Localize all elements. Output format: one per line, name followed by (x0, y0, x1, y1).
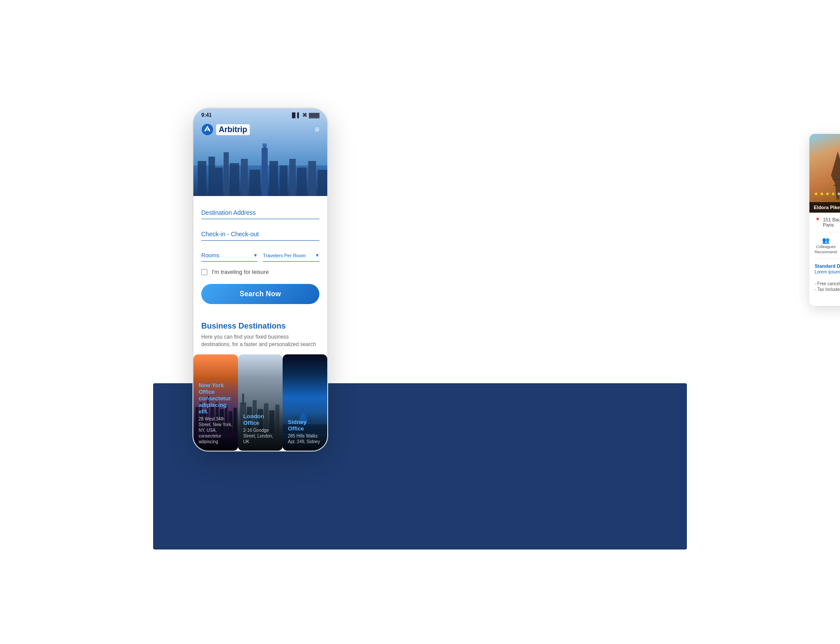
paris-hotel-body: 📍 151 Bauch Estates Suite 171 Paris 👥 Co… (809, 213, 840, 306)
ny-card-overlay: New York Office consectetur adipiscing e… (193, 376, 238, 451)
svg-rect-15 (297, 168, 307, 196)
destination-cards-container: New York Office consectetur adipiscing e… (193, 354, 327, 451)
ny-card-address: 28 West 34th Street, New York, NY, USA, … (199, 416, 233, 444)
svg-rect-11 (262, 144, 267, 147)
ny-card-title: New York Office consectetur adipiscing e… (199, 382, 233, 415)
london-card-overlay: London Office 2-16 Goodge Street, London… (238, 407, 283, 451)
paris-amenities: 👥 Colleagues Recommend 🏨 Good Service 📶 … (815, 237, 840, 259)
svg-rect-5 (224, 152, 229, 196)
london-card-title: London Office (243, 413, 277, 426)
paris-policy-row: ✓ In Policy (815, 294, 840, 301)
destination-card-london[interactable]: London Office 2-16 Goodge Street, London… (238, 354, 283, 451)
svg-point-0 (202, 124, 213, 135)
phone-status-bar: 9:41 ▐▌▌ ⌘ ▓▓▓ (193, 108, 327, 120)
app-logo-text: Arbitrip (216, 124, 250, 135)
paris-stars: ★ ★ ★ ★ ★ (814, 191, 840, 197)
travelers-select[interactable]: Travelers Per Room ▼ (263, 248, 319, 262)
svg-rect-16 (308, 161, 316, 196)
svg-rect-14 (289, 159, 296, 196)
sydney-card-address: 285 Hills Walks Apt. 249, Sidney (288, 433, 322, 444)
destination-field[interactable]: Destination Address (201, 205, 319, 219)
leisure-checkbox-row[interactable]: I'm traveling for leisure (201, 269, 319, 275)
paris-features: • Free cancellation • Tax Included (815, 281, 840, 292)
arbitrip-logo-icon (201, 123, 214, 136)
rooms-arrow-icon: ▼ (253, 253, 258, 258)
signal-icon: ▐▌▌ (290, 112, 301, 118)
battery-icon: ▓▓▓ (309, 112, 319, 118)
svg-rect-7 (241, 159, 248, 196)
hotel-card-paris[interactable]: 9.2 Excellent ★ ★ ★ ★ ★ Eldora Pike Pari… (809, 134, 840, 306)
svg-rect-17 (318, 170, 327, 196)
logo-area: Arbitrip (201, 123, 250, 136)
paris-hotel-name: Eldora Pike Paris (809, 202, 840, 213)
colleagues-icon: 👥 (822, 237, 830, 244)
paris-room-info: Standard Double Room Lorem ipsum dolor s… (815, 263, 840, 274)
paris-cancellation: • Free cancellation (815, 281, 840, 286)
destination-card-sydney[interactable]: Sidney Office 285 Hills Walks Apt. 249, … (283, 354, 327, 451)
rooms-select[interactable]: Rooms ▼ (201, 248, 258, 262)
svg-rect-13 (280, 165, 287, 196)
paris-price-section: Standard Double Room Lorem ipsum dolor s… (815, 263, 840, 278)
hotel-paris-image: 9.2 Excellent ★ ★ ★ ★ ★ Eldora Pike Pari… (809, 134, 840, 213)
colleagues-recommend: 👥 Colleagues Recommend (815, 237, 837, 254)
svg-rect-8 (249, 170, 260, 196)
svg-rect-9 (262, 148, 268, 196)
bullet-icon: • (815, 288, 816, 291)
svg-rect-2 (198, 161, 206, 196)
leisure-checkbox[interactable] (201, 269, 207, 275)
business-section-desc: Here you can find your fixed business de… (201, 333, 319, 348)
phone-navbar: Arbitrip ≡ (193, 120, 327, 139)
london-card-address: 2-16 Goodge Street, London, UK (243, 427, 277, 444)
paris-address: 📍 151 Bauch Estates Suite 171 Paris (815, 217, 840, 232)
destination-card-ny[interactable]: New York Office consectetur adipiscing e… (193, 354, 238, 451)
svg-rect-6 (230, 163, 239, 196)
svg-rect-30 (242, 394, 244, 407)
leisure-label: I'm traveling for leisure (212, 269, 269, 275)
svg-rect-4 (215, 168, 223, 196)
bullet-icon: • (815, 283, 816, 285)
search-form: Destination Address Check-in - Check-out… (193, 196, 327, 313)
travelers-arrow-icon: ▼ (315, 253, 319, 258)
paris-tax: • Tax Included (815, 287, 840, 292)
svg-rect-3 (209, 157, 215, 196)
phone-mockup: 9:41 ▐▌▌ ⌘ ▓▓▓ Arbitr (192, 108, 332, 452)
business-section-title: Business Destinations (201, 322, 319, 331)
business-section: Business Destinations Here you can find … (193, 313, 327, 451)
search-now-button[interactable]: Search Now (201, 284, 319, 304)
status-time: 9:41 (201, 112, 212, 118)
location-pin-icon: 📍 (815, 217, 821, 223)
wifi-icon: ⌘ (302, 112, 307, 118)
sydney-card-overlay: Sidney Office 285 Hills Walks Apt. 249, … (283, 413, 327, 451)
sydney-card-title: Sidney Office (288, 419, 322, 432)
hamburger-menu[interactable]: ≡ (315, 125, 319, 134)
checkin-field[interactable]: Check-in - Check-out (201, 226, 319, 241)
svg-rect-12 (270, 161, 278, 196)
city-skyline (193, 144, 327, 196)
